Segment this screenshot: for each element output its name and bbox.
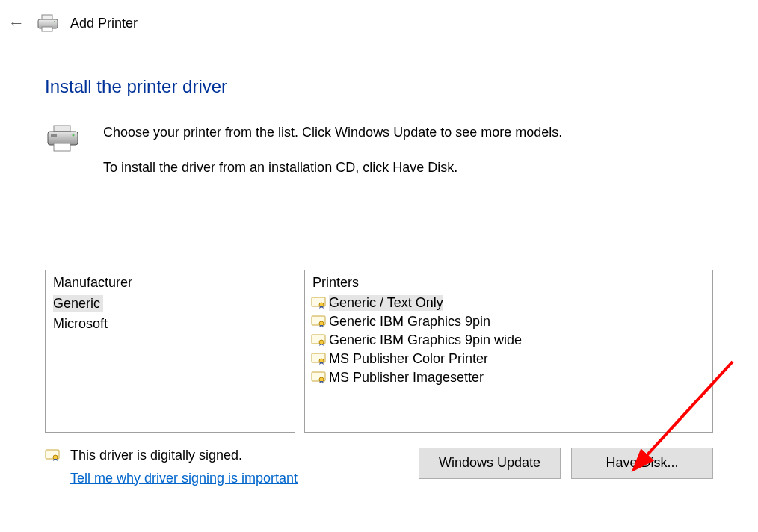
printer-item[interactable]: MS Publisher Imagesetter bbox=[305, 368, 712, 387]
svg-rect-7 bbox=[51, 134, 57, 137]
printer-item[interactable]: Generic IBM Graphics 9pin wide bbox=[305, 331, 712, 350]
printer-item[interactable]: Generic / Text Only bbox=[305, 294, 712, 312]
signing-status-text: This driver is digitally signed. bbox=[70, 448, 242, 463]
svg-point-3 bbox=[54, 21, 55, 22]
instruction-block: Choose your printer from the list. Click… bbox=[45, 124, 713, 195]
certificate-icon bbox=[311, 353, 326, 365]
certificate-icon bbox=[311, 371, 326, 383]
page-heading: Install the printer driver bbox=[45, 76, 713, 97]
certificate-icon bbox=[45, 449, 60, 461]
printers-panel: Printers Generic / Text OnlyGeneric IBM … bbox=[304, 270, 713, 433]
printer-item[interactable]: MS Publisher Color Printer bbox=[305, 350, 712, 368]
svg-rect-2 bbox=[42, 27, 52, 31]
certificate-icon bbox=[311, 297, 326, 309]
manufacturer-item-label: Microsoft bbox=[53, 315, 111, 332]
printer-item-label: Generic IBM Graphics 9pin bbox=[329, 314, 490, 330]
svg-rect-6 bbox=[54, 143, 70, 151]
have-disk-button[interactable]: Have Disk... bbox=[571, 448, 713, 479]
certificate-icon bbox=[311, 315, 326, 327]
back-arrow-icon[interactable]: ← bbox=[7, 15, 25, 31]
certificate-icon bbox=[311, 334, 326, 346]
windows-update-button[interactable]: Windows Update bbox=[419, 448, 561, 479]
printer-header-icon bbox=[36, 13, 60, 33]
manufacturer-panel: Manufacturer GenericMicrosoft bbox=[45, 270, 295, 433]
printer-item-label: Generic IBM Graphics 9pin wide bbox=[329, 332, 522, 348]
printer-item-label: MS Publisher Imagesetter bbox=[329, 370, 484, 386]
manufacturer-item[interactable]: Microsoft bbox=[46, 314, 295, 334]
instruction-line-1: Choose your printer from the list. Click… bbox=[103, 124, 562, 141]
manufacturer-item-label: Generic bbox=[53, 295, 103, 312]
svg-rect-5 bbox=[48, 132, 78, 145]
instruction-line-2: To install the driver from an installati… bbox=[103, 159, 562, 176]
printers-header: Printers bbox=[305, 270, 712, 294]
svg-rect-4 bbox=[54, 126, 70, 132]
svg-point-8 bbox=[73, 134, 75, 137]
manufacturer-item[interactable]: Generic bbox=[46, 294, 295, 314]
wizard-header: ← Add Printer bbox=[0, 0, 758, 33]
printer-item[interactable]: Generic IBM Graphics 9pin bbox=[305, 312, 712, 331]
svg-rect-0 bbox=[42, 15, 52, 19]
printer-large-icon bbox=[45, 124, 81, 154]
manufacturer-header: Manufacturer bbox=[46, 270, 295, 294]
wizard-title: Add Printer bbox=[70, 16, 138, 31]
signing-help-link[interactable]: Tell me why driver signing is important bbox=[70, 471, 298, 486]
printer-item-label: MS Publisher Color Printer bbox=[329, 351, 488, 367]
printer-item-label: Generic / Text Only bbox=[329, 295, 443, 311]
